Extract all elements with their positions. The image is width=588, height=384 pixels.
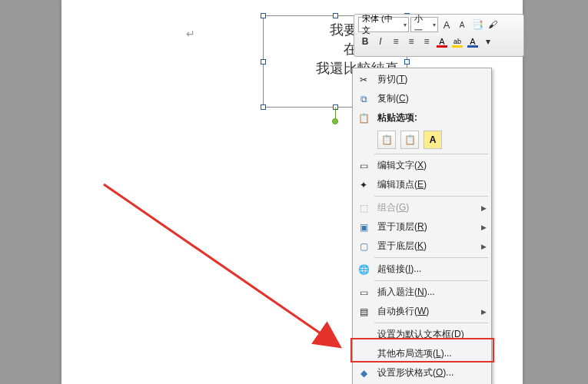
separator (374, 280, 488, 281)
menu-layout-options[interactable]: 其他布局选项(L)... (353, 344, 491, 363)
font-color-button[interactable]: A (435, 35, 449, 48)
format-painter-icon[interactable]: 🖌 (486, 17, 500, 32)
align-right-icon[interactable]: ≡ (420, 34, 434, 49)
resize-handle[interactable] (261, 104, 266, 110)
resize-handle[interactable] (261, 13, 266, 18)
paste-options-heading: 📋粘贴选项: (353, 108, 491, 127)
separator (374, 323, 488, 323)
italic-button[interactable]: I (374, 34, 387, 49)
font-size-combo[interactable]: 小一 (410, 17, 438, 32)
paste-options-row: 📋 📋 A (353, 127, 491, 152)
wrap-icon: ▤ (357, 306, 370, 318)
align-center-icon[interactable]: ≡ (404, 34, 418, 49)
dropdown-icon[interactable]: ▾ (481, 34, 495, 49)
caption-icon: ▭ (357, 286, 370, 299)
resize-handle[interactable] (261, 59, 266, 65)
format-shape-icon: ◆ (357, 367, 370, 379)
resize-handle[interactable] (333, 13, 338, 18)
clipboard-icon: 📋 (357, 112, 370, 124)
chevron-right-icon: ▶ (481, 308, 487, 316)
rotate-handle[interactable] (332, 118, 338, 124)
menu-bring-front[interactable]: ▣置于顶层(R)▶ (353, 217, 491, 237)
font-name-combo[interactable]: 宋体 (中文 (358, 17, 409, 32)
paste-merge-button[interactable]: 📋 (400, 131, 419, 149)
shrink-font-button[interactable]: A (455, 17, 469, 32)
context-menu: ✂剪切(T) ⧉复制(C) 📋粘贴选项: 📋 📋 A ▭编辑文字(X) ✦编辑顶… (352, 68, 492, 384)
edit-points-icon: ✦ (357, 179, 370, 191)
copy-icon: ⧉ (357, 93, 370, 105)
menu-cut[interactable]: ✂剪切(T) (353, 70, 491, 89)
menu-group: ⬚组合(G)▶ (353, 198, 491, 217)
menu-caption[interactable]: ▭插入题注(N)... (353, 283, 491, 302)
scissors-icon: ✂ (357, 74, 370, 86)
edit-text-icon: ▭ (357, 160, 370, 172)
menu-send-back[interactable]: ▢置于底层(K)▶ (353, 237, 491, 256)
separator (374, 196, 488, 197)
chevron-right-icon: ▶ (481, 243, 487, 250)
paste-text-only-button[interactable]: A (424, 131, 442, 149)
paste-keep-source-button[interactable]: 📋 (377, 131, 396, 149)
paragraph-mark: ↵ (186, 28, 195, 40)
menu-format-shape[interactable]: ◆设置形状格式(O)... (353, 363, 491, 382)
chevron-right-icon: ▶ (481, 204, 487, 212)
chevron-right-icon: ▶ (481, 223, 487, 231)
menu-wrap[interactable]: ▤自动换行(W)▶ (353, 302, 491, 321)
align-left-icon[interactable]: ≡ (389, 34, 403, 49)
highlight-button[interactable]: ab (450, 35, 464, 48)
hyperlink-icon: 🌐 (357, 263, 370, 276)
separator (374, 257, 488, 258)
grow-font-button[interactable]: A (440, 17, 453, 32)
shape-fill-button[interactable]: A (466, 35, 480, 48)
group-icon: ⬚ (357, 202, 370, 214)
menu-hyperlink[interactable]: 🌐超链接(I)... (353, 260, 491, 279)
resize-handle[interactable] (404, 59, 410, 65)
bring-front-icon: ▣ (357, 221, 370, 233)
bold-button[interactable]: B (358, 34, 372, 49)
send-back-icon: ▢ (357, 240, 370, 253)
menu-edit-points[interactable]: ✦编辑顶点(E) (353, 175, 491, 194)
menu-copy[interactable]: ⧉复制(C) (353, 89, 491, 108)
mini-toolbar: 宋体 (中文 小一 A A 📑 🖌 B I ≡ ≡ ≡ A ab A ▾ (354, 14, 524, 57)
separator (374, 154, 488, 154)
styles-icon[interactable]: 📑 (470, 17, 484, 32)
menu-edit-text[interactable]: ▭编辑文字(X) (353, 156, 491, 175)
menu-default-textbox[interactable]: 设置为默认文本框(D) (353, 325, 491, 344)
